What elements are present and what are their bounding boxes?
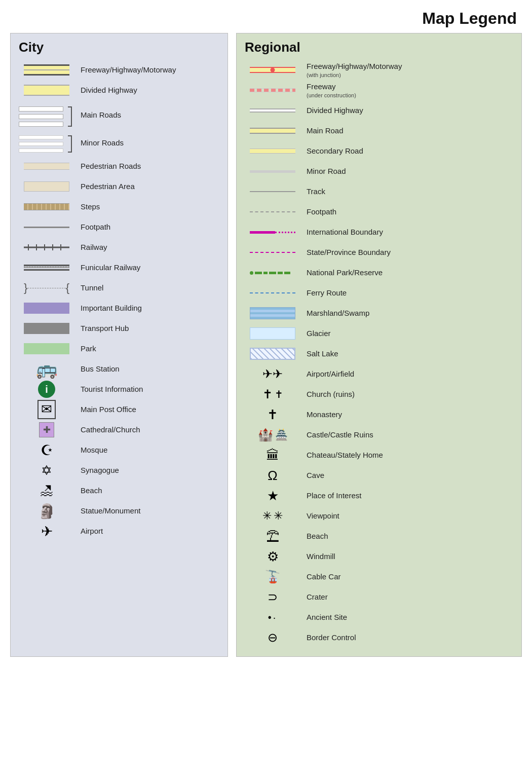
important-building-label: Important Building (74, 303, 142, 313)
cross-outline-icon: ✝ (275, 388, 283, 400)
reg-cablecar-label: Cable Car (300, 572, 341, 582)
reg-cablecar-symbol: 🚡 (245, 570, 300, 584)
reg-marshland-symbol (245, 307, 300, 319)
list-item: Minor Road (245, 162, 513, 181)
reg-church-label: Church (ruins) (300, 389, 355, 399)
monastery-icon: ✝ (267, 407, 278, 423)
reg-saltlake-label: Salt Lake (300, 349, 338, 359)
list-item: ✳ ✳ Viewpoint (245, 506, 513, 526)
list-item: Track (245, 182, 513, 201)
reg-saltlake-symbol (245, 348, 300, 360)
list-item: Freeway (under construction) (245, 81, 513, 100)
pedestrian-roads-symbol (19, 163, 74, 170)
list-item: Marshland/Swamp (245, 304, 513, 323)
reg-marshland-label: Marshland/Swamp (300, 308, 369, 318)
park-symbol (19, 343, 74, 354)
post-office-symbol: ✉ (19, 400, 74, 419)
reg-intl-boundary-label: International Boundary (300, 227, 383, 237)
list-item: Divided Highway (19, 81, 219, 100)
reg-beach-icon: ⛱ (266, 529, 279, 544)
bus-icon: 🚌 (36, 360, 57, 378)
tunnel-label: Tunnel (74, 283, 103, 293)
reg-state-boundary-label: State/Province Boundary (300, 247, 391, 257)
reg-chateau-symbol: 🏛 (245, 448, 300, 463)
reg-airport-symbol: ✈✈ (245, 367, 300, 381)
regional-heading: Regional (245, 40, 513, 55)
minor-roads-label: Minor Roads (74, 138, 124, 148)
list-item: ✝ ✝ Church (ruins) (245, 385, 513, 404)
reg-interest-label: Place of Interest (300, 491, 361, 501)
synagogue-symbol: ✡ (19, 463, 74, 478)
divided-hwy-symbol (19, 85, 74, 96)
reg-beach-label: Beach (300, 531, 328, 541)
reg-windmill-symbol: ⚙ (245, 549, 300, 565)
castle-icon: 🏰 (258, 428, 273, 442)
list-item: Pedestrian Area (19, 177, 219, 196)
transport-hub-label: Transport Hub (74, 323, 129, 334)
beach-city-symbol: 🏖 (19, 483, 74, 499)
list-item: 🚡 Cable Car (245, 567, 513, 586)
reg-castle-label: Castle/Castle Ruins (300, 430, 373, 440)
synagogue-label: Synagogue (74, 465, 119, 475)
pedestrian-area-symbol (19, 181, 74, 192)
list-item: i Tourist Information (19, 380, 219, 399)
list-item: Salt Lake (245, 344, 513, 363)
list-item: ⊃ Crater (245, 587, 513, 607)
list-item: Main Roads (19, 101, 219, 129)
footpath-label: Footpath (74, 222, 110, 232)
regional-column: Regional Freeway/Highway/Motorway (with … (236, 33, 522, 657)
railway-symbol (19, 244, 74, 250)
reg-secondary-symbol (245, 149, 300, 154)
reg-natpark-symbol (245, 271, 300, 275)
star-of-david-icon: ✡ (41, 463, 52, 478)
cablecar-icon: 🚡 (265, 570, 280, 584)
reg-track-label: Track (300, 187, 325, 197)
important-building-symbol (19, 303, 74, 314)
pedestrian-area-label: Pedestrian Area (74, 181, 135, 192)
cathedral-label: Cathedral/Church (74, 425, 140, 435)
list-item: ✈✈ Airport/Airfield (245, 364, 513, 384)
railway-label: Railway (74, 242, 107, 252)
reg-windmill-label: Windmill (300, 551, 335, 562)
reg-castle-symbol: 🏰 🏯 (245, 428, 300, 442)
list-item: 🗿 Statue/Monument (19, 501, 219, 521)
reg-chateau-label: Chateau/Stately Home (300, 450, 383, 460)
reg-border-symbol: ⊖ (245, 631, 300, 645)
reg-ferry-symbol (245, 292, 300, 293)
reg-ferry-label: Ferry Route (300, 288, 347, 298)
list-item: ★ Place of Interest (245, 486, 513, 505)
list-item: ✚ Cathedral/Church (19, 420, 219, 439)
reg-cave-label: Cave (300, 470, 324, 480)
list-item: Freeway/Highway/Motorway (with junction) (245, 60, 513, 80)
list-item: Important Building (19, 299, 219, 318)
star-icon: ★ (267, 488, 279, 504)
reg-natpark-label: National Park/Reserve (300, 268, 383, 278)
beach-city-label: Beach (74, 486, 102, 496)
city-column: City Freeway/Highway/Motorway Divided Hi… (10, 33, 228, 657)
viewpoint2-icon: ✳ (274, 509, 283, 523)
pedestrian-roads-label: Pedestrian Roads (74, 161, 141, 171)
list-item: Transport Hub (19, 319, 219, 338)
reg-monastery-label: Monastery (300, 410, 342, 420)
footpath-symbol (19, 227, 74, 228)
list-item: Divided Highway (245, 101, 513, 120)
page-title: Map Legend (0, 0, 532, 33)
list-item: Main Road (245, 121, 513, 140)
cross-icon: ✚ (39, 422, 54, 437)
list-item: ✝ Monastery (245, 405, 513, 424)
tunnel-symbol: } { (19, 282, 74, 293)
reg-minor-road-label: Minor Road (300, 166, 346, 176)
reg-cave-symbol: Ω (245, 468, 300, 484)
list-item: ⛱ Beach (245, 527, 513, 546)
transport-hub-symbol (19, 323, 74, 334)
airplane-icon: ✈✈ (262, 367, 283, 381)
reg-crater-label: Crater (300, 592, 328, 602)
reg-beach-symbol: ⛱ (245, 529, 300, 544)
mosque-symbol: ☪ (19, 442, 74, 459)
park-label: Park (74, 344, 96, 354)
crescent-icon: ☪ (41, 442, 53, 459)
funicular-label: Funicular Railway (74, 263, 140, 273)
steps-symbol (19, 203, 74, 210)
reg-divided-label: Divided Highway (300, 105, 363, 116)
list-item: Steps (19, 197, 219, 216)
